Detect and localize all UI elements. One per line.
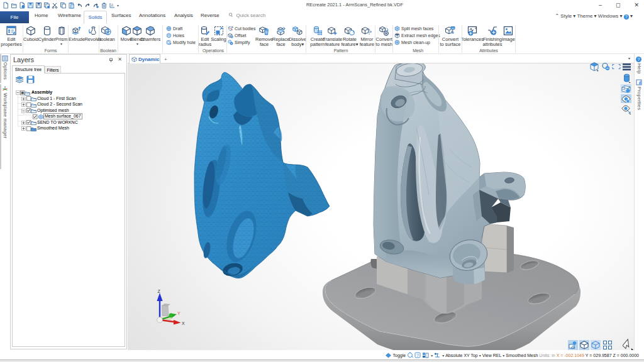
svg-text:Z: Z: [158, 289, 161, 293]
svg-text:Y: Y: [177, 311, 180, 315]
svg-text:on: on: [452, 26, 454, 30]
svg-text:4: 4: [475, 26, 477, 30]
svg-text:X: X: [182, 321, 185, 326]
svg-text:?: ?: [416, 353, 419, 358]
